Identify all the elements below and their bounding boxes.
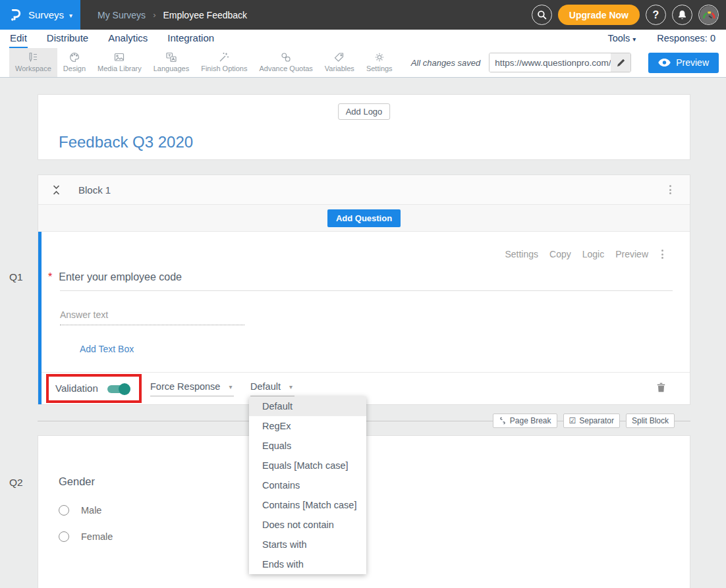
- top-bar: Surveys ▾ My Surveys › Employee Feedback…: [0, 0, 726, 30]
- palette-icon: [69, 51, 80, 63]
- menu-option-contains[interactable]: Contains: [249, 475, 366, 495]
- breadcrumb-current-survey: Employee Feedback: [163, 10, 247, 20]
- product-menu-label: Surveys: [28, 9, 64, 20]
- nav-right-group: Tools ▾ Responses: 0: [607, 30, 715, 48]
- avatar-image: [700, 6, 718, 24]
- workspace-icon: [27, 51, 39, 63]
- radio-button-icon[interactable]: [59, 505, 69, 516]
- edit-url-button[interactable]: [611, 53, 630, 72]
- toolbar-variables-label: Variables: [325, 65, 354, 72]
- tools-menu[interactable]: Tools ▾: [607, 33, 636, 48]
- add-logo-button[interactable]: Add Logo: [338, 103, 391, 120]
- eye-icon: [658, 59, 671, 67]
- toolbar-settings[interactable]: Settings: [360, 48, 399, 77]
- validation-type-menu: Default RegEx Equals Equals [Match case]…: [249, 396, 366, 574]
- toolbar-finish-options[interactable]: Finish Options: [195, 48, 253, 77]
- toolbar-variables[interactable]: Variables: [319, 48, 360, 77]
- edit-toolbar: Workspace Design Media Library Languages…: [0, 48, 726, 78]
- toolbar-advance-quotas-label: Advance Quotas: [259, 65, 312, 72]
- toolbar-languages-label: Languages: [154, 65, 189, 72]
- question-2-number: Q2: [9, 477, 23, 489]
- chain-link-icon: [280, 51, 292, 63]
- tab-edit[interactable]: Edit: [9, 30, 28, 48]
- block-card: Block 1 Add Question Settings Copy Logic…: [38, 174, 690, 405]
- radio-option-male[interactable]: Male: [59, 505, 101, 516]
- responses-count[interactable]: Responses: 0: [657, 33, 715, 48]
- user-avatar[interactable]: [698, 5, 719, 25]
- validation-toggle[interactable]: [107, 385, 128, 393]
- separator-label: Separator: [579, 416, 614, 425]
- toolbar-advance-quotas[interactable]: Advance Quotas: [253, 48, 318, 77]
- toolbar-languages[interactable]: Languages: [148, 48, 195, 77]
- menu-option-starts-with[interactable]: Starts with: [249, 535, 366, 554]
- question-1-text[interactable]: Enter your employee code: [59, 271, 182, 283]
- question-preview-link[interactable]: Preview: [615, 249, 648, 259]
- tag-icon: [333, 51, 345, 63]
- menu-option-does-not-contain[interactable]: Does not contain: [249, 515, 366, 535]
- page-break-button[interactable]: Page Break: [493, 414, 557, 428]
- menu-option-default[interactable]: Default: [249, 396, 366, 416]
- radio-option-female[interactable]: Female: [59, 531, 113, 542]
- question-1-text-row: * Enter your employee code: [48, 271, 182, 283]
- survey-title[interactable]: Feedback Q3 2020: [59, 133, 193, 151]
- force-response-dropdown[interactable]: Force Response ▾: [150, 381, 234, 396]
- notifications-button[interactable]: [672, 5, 692, 25]
- separator-actions: Page Break ☑ Separator Split Block: [493, 414, 675, 428]
- toolbar-workspace-label: Workspace: [15, 65, 51, 72]
- tab-distribute[interactable]: Distribute: [46, 30, 89, 48]
- question-1-card: Settings Copy Logic Preview * Enter your…: [38, 232, 690, 404]
- collapse-block-icon[interactable]: [52, 184, 61, 196]
- force-response-value: Force Response: [150, 381, 220, 392]
- product-menu[interactable]: Surveys ▾: [0, 0, 80, 30]
- image-icon: [113, 51, 125, 63]
- tab-analytics[interactable]: Analytics: [107, 30, 148, 48]
- questionpro-logo-icon: [8, 7, 23, 22]
- block-options-menu[interactable]: [669, 185, 671, 194]
- upgrade-now-button[interactable]: Upgrade Now: [558, 5, 640, 25]
- question-copy-link[interactable]: Copy: [549, 249, 571, 259]
- radio-button-icon[interactable]: [59, 531, 69, 542]
- menu-option-equals[interactable]: Equals: [249, 436, 366, 456]
- chevron-down-icon: ▾: [69, 12, 72, 19]
- menu-option-ends-with[interactable]: Ends with: [249, 554, 366, 574]
- split-block-button[interactable]: Split Block: [626, 414, 675, 428]
- survey-nav: Edit Distribute Analytics Integration To…: [0, 30, 726, 48]
- gear-icon: [374, 51, 385, 63]
- chevron-down-icon: ▾: [289, 383, 293, 390]
- survey-url-box: [489, 53, 631, 72]
- question-settings-link[interactable]: Settings: [505, 249, 538, 259]
- toolbar-workspace[interactable]: Workspace: [9, 48, 57, 77]
- separator-button[interactable]: ☑ Separator: [563, 414, 620, 428]
- save-status-text: All changes saved: [411, 58, 481, 68]
- help-button[interactable]: ?: [646, 5, 666, 25]
- bell-icon: [677, 10, 687, 20]
- kebab-menu-icon[interactable]: [661, 250, 663, 259]
- question-2-text[interactable]: Gender: [59, 475, 95, 488]
- validation-type-value: Default: [250, 381, 281, 392]
- add-question-strip: Add Question: [38, 205, 690, 232]
- menu-option-equals-match-case[interactable]: Equals [Match case]: [249, 456, 366, 475]
- radio-option-male-label: Male: [81, 505, 101, 516]
- add-text-box-link[interactable]: Add Text Box: [80, 344, 134, 354]
- menu-option-regex[interactable]: RegEx: [249, 416, 366, 436]
- tab-integration[interactable]: Integration: [167, 30, 215, 48]
- add-question-button[interactable]: Add Question: [327, 209, 401, 227]
- question-logic-link[interactable]: Logic: [582, 249, 604, 259]
- preview-button[interactable]: Preview: [648, 53, 719, 73]
- toggle-knob: [119, 383, 130, 395]
- block-title[interactable]: Block 1: [78, 184, 111, 196]
- menu-option-contains-match-case[interactable]: Contains [Match case]: [249, 495, 366, 515]
- breadcrumb-my-surveys[interactable]: My Surveys: [98, 10, 146, 20]
- checkbox-checked-icon: ☑: [569, 416, 576, 425]
- validation-type-dropdown[interactable]: Default ▾: [250, 381, 294, 396]
- search-button[interactable]: [532, 5, 552, 25]
- breadcrumb: My Surveys › Employee Feedback: [98, 10, 247, 20]
- magic-wand-icon: [218, 51, 230, 63]
- split-block-label: Split Block: [632, 416, 669, 425]
- toolbar-media-library[interactable]: Media Library: [92, 48, 148, 77]
- toolbar-right-group: All changes saved Preview: [411, 53, 726, 73]
- toolbar-design[interactable]: Design: [57, 48, 92, 77]
- survey-url-input[interactable]: [489, 53, 611, 72]
- answer-text-field[interactable]: Answer text: [60, 309, 244, 325]
- delete-question-button[interactable]: [657, 383, 665, 392]
